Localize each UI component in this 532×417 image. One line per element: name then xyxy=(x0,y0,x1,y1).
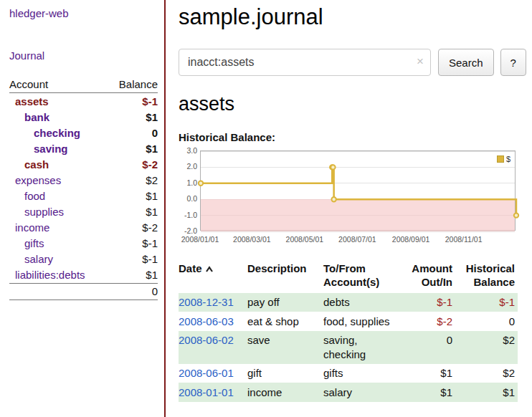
register-row: 2008-01-01 income salary $1 $1 xyxy=(179,383,518,402)
transaction-description: gift xyxy=(247,364,323,383)
account-row-liabilities-debts: liabilities:debts $1 xyxy=(9,267,158,282)
y-axis-label: 2.0 xyxy=(179,162,197,171)
account-balance: $1 xyxy=(146,269,158,281)
y-axis-label: 0.0 xyxy=(179,194,197,203)
chart-legend: $ xyxy=(497,155,510,163)
account-link-checking[interactable]: checking xyxy=(9,127,80,139)
transaction-balance: $2 xyxy=(455,331,518,364)
account-balance: $-1 xyxy=(142,253,158,265)
account-link-gifts[interactable]: gifts xyxy=(9,237,44,249)
account-balance: $-1 xyxy=(142,95,158,107)
transaction-date-link[interactable]: 2008-06-03 xyxy=(179,315,234,327)
transaction-description: save xyxy=(247,331,323,364)
account-balance: $1 xyxy=(146,143,158,155)
transaction-accounts: salary xyxy=(323,383,398,402)
search-button[interactable]: Search xyxy=(438,49,494,76)
register-row: 2008-06-01 gift gifts $1 $2 xyxy=(179,364,518,383)
transaction-accounts: saving, checking xyxy=(323,331,398,364)
accounts-header: Account Balance xyxy=(9,78,158,93)
x-axis-label: 2008/01/01 xyxy=(181,235,219,244)
transaction-balance: $-1 xyxy=(455,293,518,312)
register-table: Date Description To/From Account(s) Amou… xyxy=(179,262,518,402)
clear-search-icon[interactable]: × xyxy=(417,54,424,69)
account-link-assets[interactable]: assets xyxy=(9,95,49,107)
account-row-expenses: expenses $2 xyxy=(9,172,158,188)
transaction-date-link[interactable]: 2008-12-31 xyxy=(179,296,234,308)
account-row-checking: checking 0 xyxy=(9,125,158,140)
page-title: sample.journal xyxy=(179,4,532,30)
account-link-liabilities-debts[interactable]: liabilities:debts xyxy=(9,269,85,281)
accounts-panel: Account Balance assets $-1 bank $1 check… xyxy=(9,78,158,300)
y-axis-label: 3.0 xyxy=(179,146,197,155)
search-box: × xyxy=(179,49,431,76)
legend-swatch-icon xyxy=(497,155,504,163)
account-balance: $1 xyxy=(146,206,158,218)
transaction-amount: $1 xyxy=(398,383,455,402)
account-link-income[interactable]: income xyxy=(9,221,49,234)
transaction-amount: $-2 xyxy=(398,312,455,331)
y-axis-label: 1.0 xyxy=(179,178,197,187)
account-row-gifts: gifts $-1 xyxy=(9,235,158,251)
transaction-amount: $-1 xyxy=(398,293,455,312)
account-row-bank: bank $1 xyxy=(9,109,158,125)
register-row: 2008-12-31 pay off debts $-1 $-1 xyxy=(179,293,518,312)
account-balance: $1 xyxy=(146,111,158,123)
legend-label: $ xyxy=(506,155,510,163)
transaction-accounts: food, supplies xyxy=(323,312,398,331)
sidebar-divider xyxy=(164,0,166,417)
transaction-accounts: debts xyxy=(323,293,398,312)
account-row-food: food $1 xyxy=(9,188,158,203)
account-balance: $2 xyxy=(146,174,158,186)
account-link-salary[interactable]: salary xyxy=(9,253,53,265)
account-link-cash[interactable]: cash xyxy=(9,158,49,171)
account-link-supplies[interactable]: supplies xyxy=(9,206,64,218)
transaction-date-link[interactable]: 2008-06-01 xyxy=(179,367,234,379)
register-header-balance: Historical Balance xyxy=(455,262,518,293)
app-title-link[interactable]: hledger-web xyxy=(9,7,69,19)
register-row: 2008-06-03 eat & shop food, supplies $-2… xyxy=(179,312,518,331)
x-axis-label: 2008/07/01 xyxy=(338,235,376,244)
account-link-saving[interactable]: saving xyxy=(9,143,68,155)
account-balance: $1 xyxy=(146,190,158,202)
register-header-date[interactable]: Date xyxy=(179,262,247,293)
account-link-expenses[interactable]: expenses xyxy=(9,174,61,186)
accounts-header-balance: Balance xyxy=(119,78,158,90)
register-header-amount: Amount Out/In xyxy=(398,262,455,293)
transaction-description: eat & shop xyxy=(247,312,323,331)
transaction-balance: $1 xyxy=(455,383,518,402)
accounts-header-account: Account xyxy=(9,78,48,90)
register-header-date-label: Date xyxy=(179,262,202,274)
account-row-salary: salary $-1 xyxy=(9,251,158,267)
main-content: sample.journal × Search ? assets Histori… xyxy=(166,0,532,417)
chart-plot: $ xyxy=(200,150,516,231)
transaction-date-link[interactable]: 2008-06-02 xyxy=(179,334,234,346)
account-row-saving: saving $1 xyxy=(9,140,158,156)
account-balance: $-2 xyxy=(142,221,158,234)
account-link-bank[interactable]: bank xyxy=(9,111,49,123)
transaction-amount: $1 xyxy=(398,364,455,383)
account-row-supplies: supplies $1 xyxy=(9,203,158,219)
account-link-food[interactable]: food xyxy=(9,190,45,202)
transaction-date-link[interactable]: 2008-01-01 xyxy=(179,386,234,398)
section-title: assets xyxy=(179,93,532,115)
transaction-balance: 0 xyxy=(455,312,518,331)
register-header-row: Date Description To/From Account(s) Amou… xyxy=(179,262,518,293)
sidebar-item-journal[interactable]: Journal xyxy=(9,49,44,62)
account-row-assets: assets $-1 xyxy=(9,93,158,109)
y-axis-label: -2.0 xyxy=(179,226,197,235)
x-axis-label: 2008/09/01 xyxy=(392,235,430,244)
search-bar: × Search ? xyxy=(179,49,532,76)
balance-chart: $ 3.02.01.00.0-1.0-2.02008/01/012008/03/… xyxy=(179,149,518,246)
sidebar: hledger-web Journal Account Balance asse… xyxy=(0,0,165,417)
account-row-cash: cash $-2 xyxy=(9,156,158,172)
register-header-accounts: To/From Account(s) xyxy=(323,262,398,293)
search-input[interactable] xyxy=(179,49,431,76)
account-balance: $-1 xyxy=(142,237,158,249)
account-balance: $-2 xyxy=(142,158,158,171)
x-axis-label: 2008/11/01 xyxy=(445,235,483,244)
account-row-income: income $-2 xyxy=(9,219,158,235)
account-balance: 0 xyxy=(152,127,158,139)
help-button[interactable]: ? xyxy=(500,49,526,76)
transaction-balance: $2 xyxy=(455,364,518,383)
x-axis-label: 2008/03/01 xyxy=(233,235,271,244)
